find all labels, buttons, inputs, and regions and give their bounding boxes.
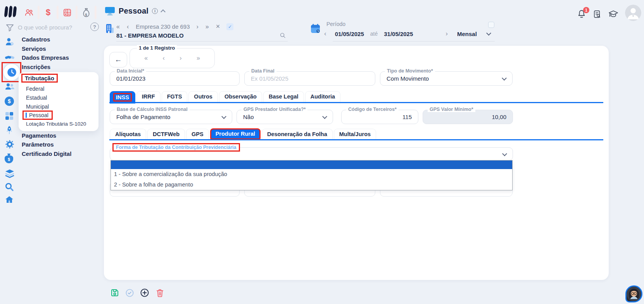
plus-circle-icon — [140, 288, 149, 297]
check-circle-icon — [125, 288, 134, 297]
submenu-item-pessoal[interactable]: Pessoal — [22, 111, 53, 120]
filter-icon[interactable] — [6, 24, 14, 31]
gps-valor-minimo-value: 10,00 — [423, 110, 513, 124]
codigo-terceiros-value[interactable]: 115 — [342, 110, 418, 124]
layers-icon[interactable] — [5, 168, 15, 178]
base-calculo-select[interactable]: Base de Cálculo INSS Patronal Folha de P… — [110, 110, 232, 124]
sidebar-item-tributacao[interactable]: Tributação — [21, 74, 58, 83]
company-name-field[interactable]: 81 - EMPRESA MODELO — [116, 32, 184, 39]
company-next-button[interactable]: › — [197, 23, 199, 30]
data-final-field[interactable]: Data Final Ex 01/05/2025 — [244, 71, 375, 86]
tab-underline — [109, 102, 603, 103]
period-start-date[interactable]: 01/05/2025 — [335, 31, 364, 37]
save-button[interactable] — [110, 288, 119, 297]
tipo-movimento-value[interactable]: Com Movimento — [380, 72, 512, 85]
sidebar-item-parametros[interactable]: Parâmetros — [22, 141, 54, 148]
topbar-right: 1 — [577, 7, 641, 21]
period-mode-select[interactable]: Mensal — [457, 31, 477, 37]
base-calculo-value[interactable]: Folha de Pagamento — [110, 110, 232, 124]
home-icon[interactable] — [5, 195, 14, 204]
data-final-placeholder[interactable]: Ex 01/05/2025 — [245, 72, 375, 85]
company-checkbox[interactable]: ✓ — [226, 23, 233, 30]
employees-icon[interactable] — [5, 81, 15, 92]
active-item-bar — [26, 112, 27, 118]
sidebar-item-dados-empresas[interactable]: Dados Empresas — [22, 54, 69, 61]
main-panel: ← 1 de 1 Registro « ‹ › » Data Inicial* … — [104, 46, 609, 280]
help-icon[interactable]: ? — [90, 22, 99, 31]
gps-prestador-select[interactable]: GPS Prestador Unificada?* Não — [237, 110, 333, 124]
subtab-dctfweb[interactable]: DCTFWeb — [147, 129, 185, 140]
period-checkbox[interactable] — [488, 22, 494, 28]
training-button[interactable] — [608, 10, 618, 18]
company-first-button[interactable]: « — [116, 23, 120, 30]
add-button[interactable] — [140, 288, 149, 297]
gps-prestador-value[interactable]: Não — [237, 110, 333, 124]
calendar-icon — [310, 23, 321, 34]
company-clear-button[interactable]: × — [216, 22, 220, 31]
record-first-button[interactable]: « — [144, 55, 148, 62]
assistant-avatar[interactable] — [625, 285, 642, 302]
subtab-multa-juros[interactable]: Multa/Juros — [334, 129, 376, 140]
period-end-date[interactable]: 31/05/2025 — [384, 31, 413, 37]
record-last-button[interactable]: » — [197, 55, 200, 62]
sidebar-item-servicos[interactable]: Serviços — [22, 45, 46, 52]
settings-gear-icon[interactable] — [5, 139, 15, 149]
payments-coin-icon[interactable]: $ — [5, 97, 14, 106]
services-handshake-icon[interactable] — [5, 52, 15, 62]
forma-tributacao-select[interactable]: Forma de Tributação da Contribuição Prev… — [110, 147, 513, 161]
money-bag-module-icon[interactable]: $ — [79, 8, 93, 17]
calculations-icon[interactable] — [5, 111, 14, 121]
subtab-aliquotas[interactable]: Alíquotas — [110, 129, 146, 140]
audit-log-button[interactable] — [593, 10, 602, 19]
company-last-button[interactable]: » — [205, 23, 209, 30]
rocket-icon[interactable] — [5, 125, 14, 135]
info-icon[interactable]: i — [152, 8, 158, 14]
company-prev-button[interactable]: ‹ — [127, 23, 129, 30]
company-search-icon[interactable] — [280, 33, 286, 38]
sidebar-item-cadastros[interactable]: Cadastros — [22, 36, 50, 43]
divider — [116, 41, 288, 41]
tipo-movimento-select[interactable]: Tipo de Movimento* Com Movimento — [380, 71, 513, 86]
chevron-down-icon[interactable] — [486, 31, 491, 36]
codigo-terceiros-field[interactable]: Código de Terceiros* 115 — [341, 110, 418, 124]
dropdown-option-2[interactable]: 2 - Sobre a folha de pagamento — [111, 180, 512, 190]
chevron-up-icon[interactable] — [161, 9, 166, 14]
search-input[interactable]: O que você procura? — [18, 24, 88, 31]
floppy-disk-icon — [110, 288, 119, 297]
people-module-icon[interactable] — [22, 8, 36, 17]
tributacao-clock-icon[interactable] — [3, 64, 20, 80]
user-avatar[interactable] — [625, 5, 641, 21]
finance-module-icon[interactable]: $ — [41, 7, 55, 17]
record-next-button[interactable]: › — [180, 55, 181, 62]
data-inicial-value[interactable]: 01/01/2023 — [110, 72, 239, 85]
back-button[interactable]: ← — [109, 52, 127, 67]
dropdown-option-blank[interactable] — [111, 161, 512, 169]
period-prev-button[interactable]: ‹ — [324, 30, 326, 38]
app-logo[interactable] — [5, 5, 19, 18]
data-inicial-field[interactable]: Data Inicial* 01/01/2023 — [110, 71, 240, 86]
notifications-button[interactable]: 1 — [577, 9, 586, 19]
money-bag-icon[interactable]: $ — [5, 154, 13, 163]
submenu-item-lotacao[interactable]: Lotação Tributária S-1020 — [26, 121, 86, 127]
gps-valor-minimo-label: GPS Valor Mínimo* — [428, 107, 475, 112]
submenu-item-estadual[interactable]: Estadual — [26, 95, 47, 101]
confirm-button[interactable] — [125, 288, 134, 297]
subtab-gps[interactable]: GPS — [186, 129, 209, 140]
delete-button[interactable] — [156, 288, 164, 297]
sidebar-item-certificado-digital[interactable]: Certificado Digital — [22, 150, 71, 157]
record-prev-button[interactable]: ‹ — [162, 55, 164, 62]
submenu-item-federal[interactable]: Federal — [26, 86, 44, 92]
period-next-button[interactable]: › — [445, 30, 448, 38]
sidebar-item-inscricoes[interactable]: Inscrições — [22, 64, 50, 70]
search-module-icon[interactable] — [5, 182, 14, 192]
inss-subtabs: Alíquotas DCTFWeb GPS Produtor Rural Des… — [110, 128, 377, 140]
calculator-module-icon[interactable] — [60, 8, 74, 17]
registrations-icon[interactable] — [5, 37, 15, 47]
chevron-down-icon[interactable] — [502, 151, 507, 156]
subtab-produtor-rural[interactable]: Produtor Rural — [210, 128, 261, 140]
sidebar-item-pagamentos[interactable]: Pagamentos — [22, 132, 56, 139]
submenu-item-municipal[interactable]: Municipal — [26, 104, 49, 110]
dropdown-option-1[interactable]: 1 - Sobre a comercialização da sua produ… — [111, 169, 512, 180]
subtab-desoneracao[interactable]: Desoneração da Folha — [262, 129, 333, 140]
record-navigator: 1 de 1 Registro « ‹ › » — [129, 48, 215, 68]
